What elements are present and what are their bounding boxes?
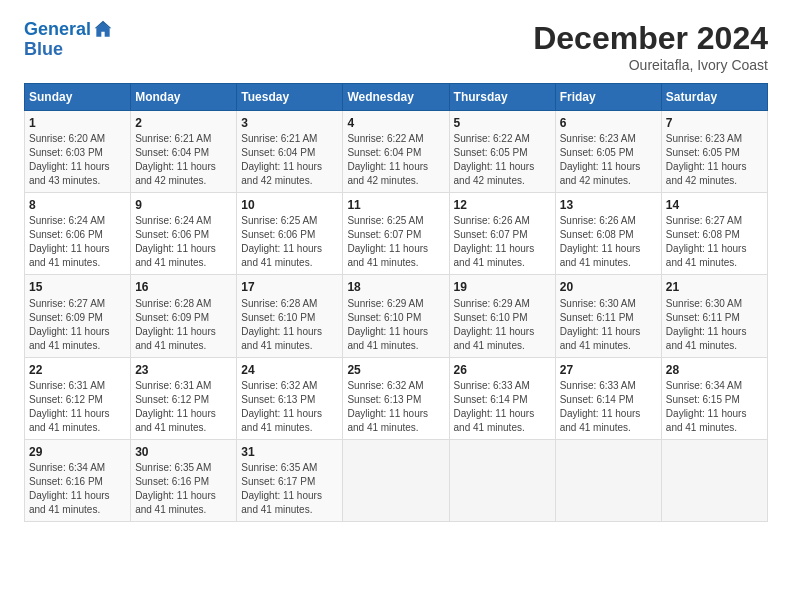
logo-text-general: General bbox=[24, 20, 91, 40]
day-number: 2 bbox=[135, 115, 232, 131]
calendar-header-row: SundayMondayTuesdayWednesdayThursdayFrid… bbox=[25, 84, 768, 111]
day-number: 8 bbox=[29, 197, 126, 213]
day-number: 27 bbox=[560, 362, 657, 378]
calendar-cell: 8Sunrise: 6:24 AMSunset: 6:06 PMDaylight… bbox=[25, 193, 131, 275]
day-number: 23 bbox=[135, 362, 232, 378]
day-number: 13 bbox=[560, 197, 657, 213]
day-number: 1 bbox=[29, 115, 126, 131]
calendar-cell: 25Sunrise: 6:32 AMSunset: 6:13 PMDayligh… bbox=[343, 357, 449, 439]
logo-text-blue: Blue bbox=[24, 40, 113, 60]
page: General Blue December 2024 Oureitafla, I… bbox=[0, 0, 792, 612]
calendar-week-1: 1Sunrise: 6:20 AMSunset: 6:03 PMDaylight… bbox=[25, 111, 768, 193]
calendar-cell: 2Sunrise: 6:21 AMSunset: 6:04 PMDaylight… bbox=[131, 111, 237, 193]
calendar-cell: 7Sunrise: 6:23 AMSunset: 6:05 PMDaylight… bbox=[661, 111, 767, 193]
calendar-week-5: 29Sunrise: 6:34 AMSunset: 6:16 PMDayligh… bbox=[25, 439, 768, 521]
calendar-week-2: 8Sunrise: 6:24 AMSunset: 6:06 PMDaylight… bbox=[25, 193, 768, 275]
day-number: 24 bbox=[241, 362, 338, 378]
day-number: 31 bbox=[241, 444, 338, 460]
calendar-table: SundayMondayTuesdayWednesdayThursdayFrid… bbox=[24, 83, 768, 522]
day-number: 10 bbox=[241, 197, 338, 213]
calendar-header-friday: Friday bbox=[555, 84, 661, 111]
day-number: 9 bbox=[135, 197, 232, 213]
day-number: 17 bbox=[241, 279, 338, 295]
calendar-cell: 20Sunrise: 6:30 AMSunset: 6:11 PMDayligh… bbox=[555, 275, 661, 357]
calendar-cell: 27Sunrise: 6:33 AMSunset: 6:14 PMDayligh… bbox=[555, 357, 661, 439]
calendar-cell: 29Sunrise: 6:34 AMSunset: 6:16 PMDayligh… bbox=[25, 439, 131, 521]
day-info: Sunrise: 6:35 AMSunset: 6:17 PMDaylight:… bbox=[241, 461, 338, 517]
calendar-week-4: 22Sunrise: 6:31 AMSunset: 6:12 PMDayligh… bbox=[25, 357, 768, 439]
day-info: Sunrise: 6:20 AMSunset: 6:03 PMDaylight:… bbox=[29, 132, 126, 188]
calendar-cell: 6Sunrise: 6:23 AMSunset: 6:05 PMDaylight… bbox=[555, 111, 661, 193]
day-info: Sunrise: 6:21 AMSunset: 6:04 PMDaylight:… bbox=[241, 132, 338, 188]
day-number: 11 bbox=[347, 197, 444, 213]
day-info: Sunrise: 6:21 AMSunset: 6:04 PMDaylight:… bbox=[135, 132, 232, 188]
day-info: Sunrise: 6:31 AMSunset: 6:12 PMDaylight:… bbox=[29, 379, 126, 435]
day-info: Sunrise: 6:28 AMSunset: 6:09 PMDaylight:… bbox=[135, 297, 232, 353]
calendar-cell: 28Sunrise: 6:34 AMSunset: 6:15 PMDayligh… bbox=[661, 357, 767, 439]
day-info: Sunrise: 6:26 AMSunset: 6:08 PMDaylight:… bbox=[560, 214, 657, 270]
calendar-cell: 18Sunrise: 6:29 AMSunset: 6:10 PMDayligh… bbox=[343, 275, 449, 357]
day-info: Sunrise: 6:25 AMSunset: 6:07 PMDaylight:… bbox=[347, 214, 444, 270]
calendar-week-3: 15Sunrise: 6:27 AMSunset: 6:09 PMDayligh… bbox=[25, 275, 768, 357]
calendar-header-monday: Monday bbox=[131, 84, 237, 111]
day-number: 5 bbox=[454, 115, 551, 131]
day-number: 21 bbox=[666, 279, 763, 295]
day-number: 3 bbox=[241, 115, 338, 131]
calendar-cell: 1Sunrise: 6:20 AMSunset: 6:03 PMDaylight… bbox=[25, 111, 131, 193]
day-info: Sunrise: 6:24 AMSunset: 6:06 PMDaylight:… bbox=[135, 214, 232, 270]
calendar-cell: 10Sunrise: 6:25 AMSunset: 6:06 PMDayligh… bbox=[237, 193, 343, 275]
calendar-cell: 12Sunrise: 6:26 AMSunset: 6:07 PMDayligh… bbox=[449, 193, 555, 275]
day-number: 26 bbox=[454, 362, 551, 378]
calendar-cell: 26Sunrise: 6:33 AMSunset: 6:14 PMDayligh… bbox=[449, 357, 555, 439]
day-info: Sunrise: 6:29 AMSunset: 6:10 PMDaylight:… bbox=[347, 297, 444, 353]
calendar-cell: 4Sunrise: 6:22 AMSunset: 6:04 PMDaylight… bbox=[343, 111, 449, 193]
day-number: 15 bbox=[29, 279, 126, 295]
day-number: 6 bbox=[560, 115, 657, 131]
day-number: 30 bbox=[135, 444, 232, 460]
calendar-cell: 9Sunrise: 6:24 AMSunset: 6:06 PMDaylight… bbox=[131, 193, 237, 275]
calendar-cell: 19Sunrise: 6:29 AMSunset: 6:10 PMDayligh… bbox=[449, 275, 555, 357]
calendar-cell: 21Sunrise: 6:30 AMSunset: 6:11 PMDayligh… bbox=[661, 275, 767, 357]
header: General Blue December 2024 Oureitafla, I… bbox=[24, 20, 768, 73]
logo-icon bbox=[93, 20, 113, 40]
day-number: 14 bbox=[666, 197, 763, 213]
day-number: 25 bbox=[347, 362, 444, 378]
day-info: Sunrise: 6:32 AMSunset: 6:13 PMDaylight:… bbox=[241, 379, 338, 435]
day-number: 19 bbox=[454, 279, 551, 295]
calendar-cell bbox=[343, 439, 449, 521]
calendar-cell: 14Sunrise: 6:27 AMSunset: 6:08 PMDayligh… bbox=[661, 193, 767, 275]
day-info: Sunrise: 6:34 AMSunset: 6:16 PMDaylight:… bbox=[29, 461, 126, 517]
calendar-cell: 23Sunrise: 6:31 AMSunset: 6:12 PMDayligh… bbox=[131, 357, 237, 439]
day-number: 20 bbox=[560, 279, 657, 295]
calendar-cell bbox=[449, 439, 555, 521]
day-info: Sunrise: 6:25 AMSunset: 6:06 PMDaylight:… bbox=[241, 214, 338, 270]
calendar-header-wednesday: Wednesday bbox=[343, 84, 449, 111]
day-info: Sunrise: 6:32 AMSunset: 6:13 PMDaylight:… bbox=[347, 379, 444, 435]
day-info: Sunrise: 6:34 AMSunset: 6:15 PMDaylight:… bbox=[666, 379, 763, 435]
day-info: Sunrise: 6:30 AMSunset: 6:11 PMDaylight:… bbox=[560, 297, 657, 353]
day-info: Sunrise: 6:33 AMSunset: 6:14 PMDaylight:… bbox=[560, 379, 657, 435]
day-info: Sunrise: 6:30 AMSunset: 6:11 PMDaylight:… bbox=[666, 297, 763, 353]
day-info: Sunrise: 6:27 AMSunset: 6:09 PMDaylight:… bbox=[29, 297, 126, 353]
calendar-cell bbox=[661, 439, 767, 521]
calendar-header-thursday: Thursday bbox=[449, 84, 555, 111]
calendar-cell: 15Sunrise: 6:27 AMSunset: 6:09 PMDayligh… bbox=[25, 275, 131, 357]
day-number: 18 bbox=[347, 279, 444, 295]
calendar-cell: 3Sunrise: 6:21 AMSunset: 6:04 PMDaylight… bbox=[237, 111, 343, 193]
day-info: Sunrise: 6:22 AMSunset: 6:04 PMDaylight:… bbox=[347, 132, 444, 188]
calendar-cell: 5Sunrise: 6:22 AMSunset: 6:05 PMDaylight… bbox=[449, 111, 555, 193]
calendar-header-tuesday: Tuesday bbox=[237, 84, 343, 111]
calendar-cell: 24Sunrise: 6:32 AMSunset: 6:13 PMDayligh… bbox=[237, 357, 343, 439]
day-info: Sunrise: 6:23 AMSunset: 6:05 PMDaylight:… bbox=[560, 132, 657, 188]
day-info: Sunrise: 6:31 AMSunset: 6:12 PMDaylight:… bbox=[135, 379, 232, 435]
day-info: Sunrise: 6:26 AMSunset: 6:07 PMDaylight:… bbox=[454, 214, 551, 270]
calendar-cell bbox=[555, 439, 661, 521]
day-info: Sunrise: 6:29 AMSunset: 6:10 PMDaylight:… bbox=[454, 297, 551, 353]
day-info: Sunrise: 6:24 AMSunset: 6:06 PMDaylight:… bbox=[29, 214, 126, 270]
calendar-cell: 22Sunrise: 6:31 AMSunset: 6:12 PMDayligh… bbox=[25, 357, 131, 439]
title-block: December 2024 Oureitafla, Ivory Coast bbox=[533, 20, 768, 73]
calendar-cell: 16Sunrise: 6:28 AMSunset: 6:09 PMDayligh… bbox=[131, 275, 237, 357]
day-info: Sunrise: 6:28 AMSunset: 6:10 PMDaylight:… bbox=[241, 297, 338, 353]
day-info: Sunrise: 6:23 AMSunset: 6:05 PMDaylight:… bbox=[666, 132, 763, 188]
calendar-header-saturday: Saturday bbox=[661, 84, 767, 111]
